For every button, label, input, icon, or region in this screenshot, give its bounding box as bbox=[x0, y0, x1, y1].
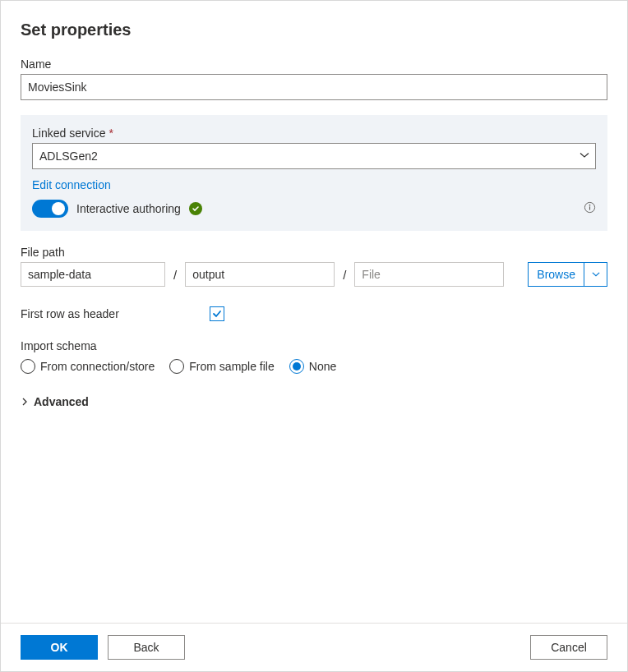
svg-point-1 bbox=[589, 204, 591, 205]
radio-icon bbox=[169, 359, 184, 374]
edit-connection-link[interactable]: Edit connection bbox=[32, 178, 111, 191]
back-button[interactable]: Back bbox=[108, 635, 185, 660]
name-input[interactable] bbox=[21, 74, 607, 100]
info-icon[interactable] bbox=[584, 201, 596, 217]
page-title: Set properties bbox=[21, 21, 607, 39]
file-path-label: File path bbox=[21, 246, 607, 259]
linked-service-value[interactable] bbox=[32, 143, 596, 169]
file-path-file-input[interactable] bbox=[354, 262, 504, 287]
import-schema-option-sample-file[interactable]: From sample file bbox=[169, 359, 274, 374]
radio-icon bbox=[21, 359, 35, 374]
interactive-authoring-toggle[interactable] bbox=[32, 200, 68, 218]
file-path-container-input[interactable] bbox=[21, 262, 165, 287]
svg-rect-2 bbox=[589, 206, 590, 209]
name-label: Name bbox=[21, 58, 607, 71]
linked-service-select[interactable] bbox=[32, 143, 596, 169]
first-row-header-checkbox[interactable] bbox=[210, 306, 224, 321]
browse-button[interactable]: Browse bbox=[528, 262, 584, 287]
first-row-header-row: First row as header bbox=[21, 306, 607, 321]
panel-footer: OK Back Cancel bbox=[1, 623, 627, 671]
import-schema-label: Import schema bbox=[21, 339, 607, 352]
linked-service-label-text: Linked service bbox=[32, 127, 106, 140]
import-schema-option-none[interactable]: None bbox=[289, 359, 336, 374]
name-field-group: Name bbox=[21, 58, 607, 100]
advanced-label: Advanced bbox=[34, 395, 89, 408]
radio-label: None bbox=[309, 360, 336, 373]
first-row-header-label: First row as header bbox=[21, 307, 119, 320]
path-separator: / bbox=[172, 268, 178, 282]
chevron-right-icon bbox=[21, 395, 29, 408]
browse-button-group: Browse bbox=[528, 262, 607, 287]
import-schema-options: From connection/store From sample file N… bbox=[21, 359, 607, 374]
ok-button[interactable]: OK bbox=[21, 635, 98, 660]
file-path-directory-input[interactable] bbox=[185, 262, 335, 287]
radio-label: From connection/store bbox=[40, 360, 155, 373]
browse-dropdown-button[interactable] bbox=[584, 262, 607, 287]
required-marker: * bbox=[109, 127, 113, 140]
file-path-row: / / Browse bbox=[21, 262, 607, 287]
cancel-button[interactable]: Cancel bbox=[530, 635, 607, 660]
set-properties-panel: Set properties Name Linked service * Edi… bbox=[0, 0, 628, 672]
toggle-knob bbox=[52, 202, 65, 215]
import-schema-option-connection[interactable]: From connection/store bbox=[21, 359, 155, 374]
path-separator: / bbox=[341, 268, 348, 282]
interactive-authoring-label: Interactive authoring bbox=[76, 202, 181, 215]
panel-body: Set properties Name Linked service * Edi… bbox=[1, 1, 627, 623]
advanced-expander[interactable]: Advanced bbox=[21, 394, 607, 410]
interactive-authoring-row: Interactive authoring bbox=[32, 200, 596, 218]
radio-icon bbox=[289, 359, 304, 374]
success-check-icon bbox=[189, 202, 202, 215]
linked-service-label: Linked service * bbox=[32, 127, 596, 140]
linked-service-group: Linked service * Edit connection Interac… bbox=[21, 115, 607, 231]
radio-label: From sample file bbox=[189, 360, 274, 373]
